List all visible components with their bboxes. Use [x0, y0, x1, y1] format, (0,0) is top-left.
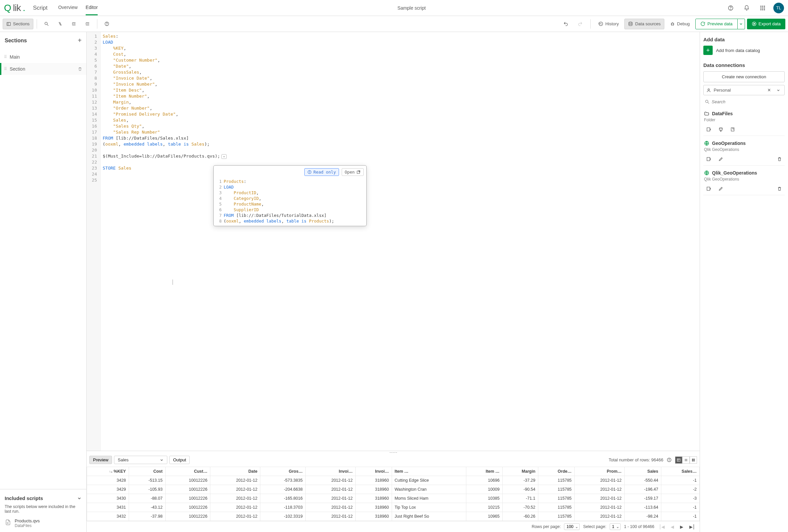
avatar[interactable]: TL [773, 3, 784, 13]
column-header[interactable]: Orde… [538, 467, 575, 476]
conn-qlik-geooperations[interactable]: Qlik_GeoOperations [703, 169, 785, 177]
delete-section-button[interactable] [78, 67, 82, 71]
sections-toggle-button[interactable]: Sections [3, 19, 33, 29]
add-section-button[interactable]: + [78, 37, 82, 44]
svg-line-32 [671, 25, 672, 26]
included-scripts-toggle[interactable]: Included scripts [5, 493, 82, 504]
search-button[interactable] [40, 19, 53, 29]
page-select[interactable]: 1 [610, 523, 620, 530]
svg-line-29 [673, 23, 674, 23]
geo2-delete-button[interactable] [774, 184, 785, 193]
select-data-button[interactable] [703, 125, 714, 134]
drag-handle-icon[interactable]: ⠿ [4, 55, 6, 59]
outdent-button[interactable] [81, 19, 94, 29]
table-cell: 115785 [538, 512, 575, 521]
connection-search-input[interactable] [712, 99, 783, 104]
column-header[interactable]: Margin [503, 467, 538, 476]
open-external-icon [356, 170, 361, 174]
open-included-button[interactable]: Open [342, 168, 364, 176]
page-last-button[interactable]: ▶⎮ [688, 524, 696, 530]
geo2-select-button[interactable] [703, 184, 714, 193]
preview-data-dropdown[interactable] [738, 19, 745, 29]
table-cell: 115785 [538, 503, 575, 512]
page-first-button[interactable]: ⎮◀ [658, 524, 666, 530]
table-cell: -37.98 [129, 512, 165, 521]
conn-geooperations[interactable]: GeoOperations [703, 139, 785, 147]
table-cell: Just Right Beef So [392, 512, 466, 521]
drag-handle-icon[interactable]: ⠿ [4, 67, 6, 71]
view-grid-button[interactable] [690, 456, 697, 464]
left-resize-handle[interactable] [172, 32, 174, 532]
geo1-edit-button[interactable] [715, 155, 726, 163]
preview-table-select[interactable]: Sales [114, 456, 168, 464]
included-script-item[interactable]: Products.qvs DataFiles [5, 518, 82, 528]
create-connection-button[interactable]: Create new connection [703, 71, 785, 82]
table-cell: 2012-01-12 [210, 476, 260, 485]
table-cell: 10965 [466, 512, 503, 521]
view-list-button[interactable] [682, 456, 690, 464]
geo2-edit-button[interactable] [715, 184, 726, 193]
geo1-delete-button[interactable] [774, 155, 785, 163]
table-cell: -98.24 [624, 512, 661, 521]
space-select[interactable]: Personal ✕ [703, 85, 785, 95]
clear-space-button[interactable]: ✕ [766, 87, 772, 93]
indent-button[interactable] [68, 19, 80, 29]
list-icon [684, 458, 688, 462]
history-button[interactable]: History [595, 19, 622, 29]
tab-overview[interactable]: Overview [58, 0, 77, 15]
column-header[interactable]: Item … [392, 467, 466, 476]
expand-include-toggle[interactable]: ↔ [221, 154, 226, 159]
undo-icon [563, 21, 568, 26]
column-header[interactable]: Invoi… [355, 467, 392, 476]
column-header[interactable]: Gros… [260, 467, 306, 476]
comment-icon [58, 21, 63, 26]
geo1-select-button[interactable] [703, 155, 714, 163]
export-data-button[interactable]: Export data [747, 19, 786, 29]
open-file-button[interactable] [727, 125, 738, 134]
section-item[interactable]: ⠿Main [0, 51, 86, 63]
editor-help-button[interactable] [101, 19, 113, 29]
insert-script-button[interactable] [715, 125, 726, 134]
info-icon[interactable] [667, 457, 672, 463]
add-from-catalog-button[interactable]: + Add from data catalog [703, 46, 785, 55]
rows-per-page-select[interactable]: 100 [564, 523, 580, 530]
data-sources-button[interactable]: Data sources [624, 19, 664, 29]
preview-tab-button[interactable]: Preview [89, 456, 112, 464]
page-prev-button[interactable]: ◀ [669, 524, 675, 530]
column-header[interactable]: Item … [466, 467, 503, 476]
debug-button[interactable]: Debug [666, 19, 693, 29]
column-header[interactable]: Sales… [661, 467, 700, 476]
redo-button[interactable] [574, 19, 586, 29]
bell-icon[interactable] [741, 3, 752, 13]
table-row: 3428-513.15100122262012-01-12-573.383520… [87, 476, 700, 485]
table-cell: 115785 [538, 476, 575, 485]
preview-data-button[interactable]: Preview data [695, 19, 737, 29]
svg-line-28 [671, 23, 672, 23]
column-header[interactable]: Prom… [574, 467, 624, 476]
conn-datafiles[interactable]: DataFiles [703, 109, 785, 118]
chevron-down-icon [776, 88, 780, 92]
column-header[interactable]: Date [210, 467, 260, 476]
included-script-source: DataFiles [15, 523, 40, 528]
section-item[interactable]: ⠿Section [0, 63, 86, 75]
tab-editor[interactable]: Editor [86, 0, 98, 15]
column-header[interactable]: Sales [624, 467, 661, 476]
column-header[interactable]: Invoi… [306, 467, 355, 476]
column-header[interactable]: Cost [129, 467, 165, 476]
space-dropdown-button[interactable] [775, 88, 782, 93]
table-cell: 2012-01-12 [306, 494, 355, 503]
svg-line-33 [673, 25, 674, 26]
undo-button[interactable] [560, 19, 572, 29]
table-cell: -513.15 [129, 476, 165, 485]
column-header[interactable]: ↑₌%KEY [87, 467, 129, 476]
table-cell: Cutting Edge Slice [392, 476, 466, 485]
page-next-button[interactable]: ▶ [679, 524, 685, 530]
comment-button[interactable] [54, 19, 66, 29]
code-editor[interactable]: 1234567891011121314151617181920212223242… [87, 32, 700, 451]
apps-grid-icon[interactable] [757, 3, 768, 13]
preview-resize-handle[interactable] [87, 451, 700, 454]
help-icon[interactable] [725, 3, 736, 13]
table-cell: Washington Cran [392, 485, 466, 494]
qlik-logo[interactable]: Qlik. [4, 3, 25, 13]
view-table-button[interactable] [675, 456, 682, 464]
